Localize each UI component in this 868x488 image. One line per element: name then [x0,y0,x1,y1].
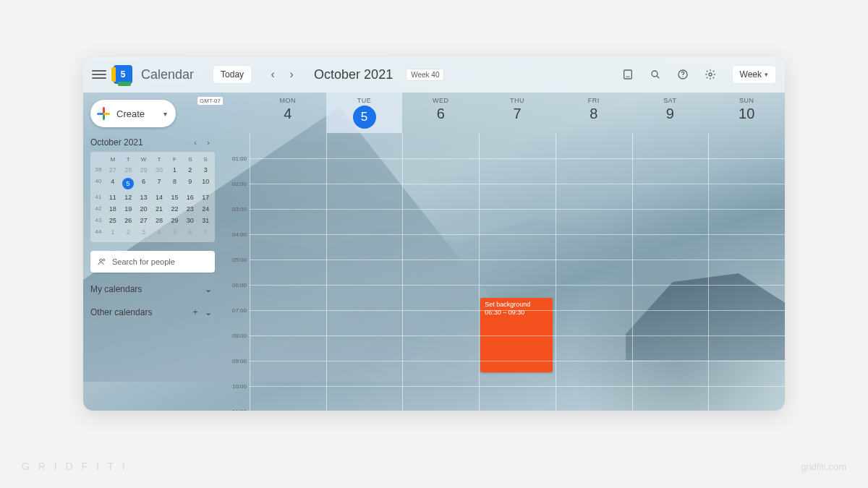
mini-day-cell[interactable]: 5 [167,226,182,238]
week-grid: GMT-07 MON4TUE5WED6THU7FRI8SAT9SUN10 01:… [221,93,785,411]
mini-day-cell[interactable]: 23 [182,203,197,215]
mini-dow: S [182,155,197,164]
chevron-down-icon: ⌄ [202,284,215,294]
mini-day-cell[interactable]: 2 [120,226,135,238]
mini-day-cell[interactable]: 18 [105,203,120,215]
mini-week-number: 42 [92,203,105,215]
view-switcher[interactable]: Week ▾ [732,65,776,84]
plus-icon [96,106,111,121]
watermark-brand: G R I D F I T I [22,461,128,472]
mini-day-cell[interactable]: 26 [120,215,135,226]
mini-prev-month[interactable]: ‹ [189,138,202,147]
mini-day-cell[interactable]: 3 [136,226,151,238]
create-button[interactable]: Create ▾ [90,100,176,127]
day-header-cell[interactable]: WED6 [402,93,479,133]
day-header-cell[interactable]: FRI8 [556,93,632,133]
day-header-cell[interactable]: MON4 [250,93,326,133]
mini-day-cell[interactable]: 5 [120,176,135,192]
calendar-event[interactable]: Set background06:30 – 09:30 [480,298,553,372]
mini-calendar[interactable]: MTWTFSS392728293012340456789104111121314… [90,152,215,242]
calendar-logo: 5 [114,65,132,84]
day-of-week-label: WED [402,97,479,104]
mini-day-cell[interactable]: 13 [136,192,151,203]
prev-week-button[interactable]: ‹ [263,65,282,84]
day-header-cell[interactable]: THU7 [479,93,556,133]
mini-day-cell[interactable]: 7 [151,176,166,192]
day-column[interactable] [402,133,479,411]
mini-day-cell[interactable]: 8 [167,176,182,192]
day-of-week-label: TUE [326,97,403,104]
mini-day-cell[interactable]: 31 [198,215,213,226]
time-label: 02:00 [232,181,247,187]
day-column[interactable] [708,133,785,411]
mini-day-cell[interactable]: 30 [151,164,166,176]
day-column[interactable] [326,133,403,411]
mini-day-cell[interactable]: 4 [105,176,120,192]
today-date-badge: 5 [353,106,376,129]
mini-day-cell[interactable]: 29 [167,215,182,226]
mini-day-cell[interactable]: 12 [120,192,135,203]
mini-day-cell[interactable]: 17 [198,192,213,203]
settings-icon[interactable] [700,64,720,85]
time-label: 07:00 [232,307,247,314]
mini-day-cell[interactable]: 16 [182,192,197,203]
keep-icon[interactable] [618,64,638,85]
day-column[interactable] [556,133,632,411]
mini-day-cell[interactable]: 20 [136,203,151,215]
main-menu-icon[interactable] [92,70,106,79]
mini-day-cell[interactable]: 6 [136,176,151,192]
event-title: Set background [485,301,548,309]
mini-day-cell[interactable]: 21 [151,203,166,215]
mini-day-cell[interactable]: 28 [151,215,166,226]
day-header-cell[interactable]: TUE5 [326,93,403,133]
mini-day-cell[interactable]: 15 [167,192,182,203]
mini-dow: F [167,155,182,164]
sidebar: Create ▾ October 2021 ‹ › MTWTFSS3927282… [83,93,221,411]
mini-day-cell[interactable]: 25 [105,215,120,226]
mini-day-cell[interactable]: 6 [182,226,197,238]
mini-day-cell[interactable]: 28 [120,164,135,176]
day-header-cell[interactable]: SUN10 [708,93,785,133]
mini-day-cell[interactable]: 10 [198,176,213,192]
my-calendars-toggle[interactable]: My calendars ⌄ [90,284,215,294]
mini-day-cell[interactable]: 29 [136,164,151,176]
mini-day-cell[interactable]: 14 [151,192,166,203]
mini-day-cell[interactable]: 27 [105,164,120,176]
day-of-week-label: MON [250,97,326,104]
day-header-cell[interactable]: SAT9 [632,93,709,133]
mini-day-cell[interactable]: 1 [105,226,120,238]
time-grid[interactable]: 01:0002:0003:0004:0005:0006:0007:0008:00… [221,133,785,411]
create-label: Create [116,108,145,119]
mini-day-cell[interactable]: 4 [151,226,166,238]
mini-day-cell[interactable]: 2 [182,164,197,176]
day-column[interactable] [632,133,709,411]
time-label: 11:00 [232,408,247,411]
day-header-row: MON4TUE5WED6THU7FRI8SAT9SUN10 [221,93,785,133]
next-week-button[interactable]: › [282,65,301,84]
mini-day-cell[interactable]: 11 [105,192,120,203]
day-column[interactable]: Set background06:30 – 09:30 [479,133,556,411]
mini-day-cell[interactable]: 30 [182,215,197,226]
mini-day-cell[interactable]: 1 [167,164,182,176]
other-calendars-toggle[interactable]: Other calendars ＋ ⌄ [90,306,215,318]
event-time: 06:30 – 09:30 [485,309,548,317]
help-icon[interactable] [673,64,693,85]
search-people-input[interactable]: Search for people [90,251,215,273]
mini-day-cell[interactable]: 27 [136,215,151,226]
day-column[interactable] [250,133,326,411]
mini-day-cell[interactable]: 7 [198,226,213,238]
search-icon[interactable] [645,64,665,85]
mini-next-month[interactable]: › [202,138,215,147]
today-button[interactable]: Today [213,65,252,84]
mini-day-cell[interactable]: 19 [120,203,135,215]
add-calendar-icon[interactable]: ＋ [189,306,202,318]
svg-rect-1 [626,77,629,77]
mini-week-number: 41 [92,192,105,203]
mini-calendar-header: October 2021 ‹ › [90,137,215,147]
mini-week-number: 44 [92,226,105,238]
mini-day-cell[interactable]: 22 [167,203,182,215]
mini-day-cell[interactable]: 3 [198,164,213,176]
mini-day-cell[interactable]: 24 [198,203,213,215]
day-of-week-label: SAT [632,97,709,104]
mini-day-cell[interactable]: 9 [182,176,197,192]
